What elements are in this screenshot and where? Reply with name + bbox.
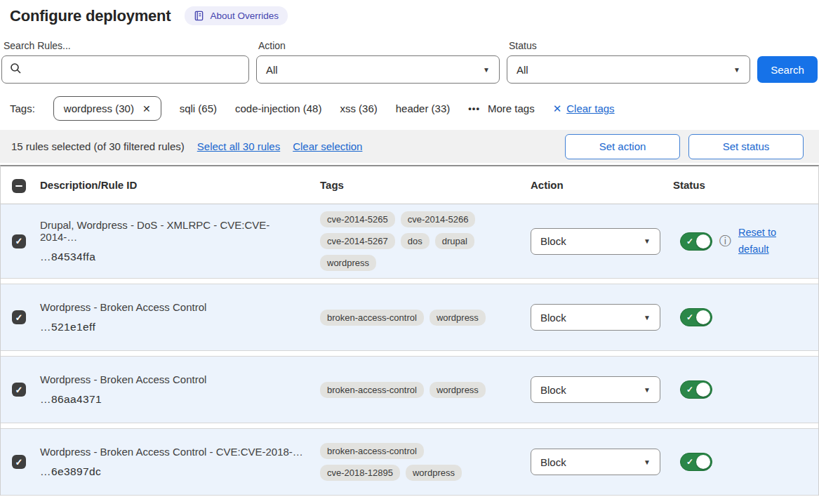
rule-id: …84534ffa <box>40 251 303 263</box>
toggle-knob <box>696 234 710 248</box>
tag-pill: broken-access-control <box>320 382 424 398</box>
action-select-value: Block <box>540 235 566 247</box>
column-header-action: Action <box>531 179 673 191</box>
toggle-knob <box>696 383 710 397</box>
chevron-down-icon: ▼ <box>644 386 651 394</box>
selected-tag-wordpress[interactable]: wordpress (30) ✕ <box>53 96 161 121</box>
tag-pill: wordpress <box>406 465 462 481</box>
remove-tag-icon[interactable]: ✕ <box>142 103 151 114</box>
action-select-value: Block <box>540 312 566 324</box>
chevron-down-icon: ▼ <box>644 314 651 321</box>
status-filter-value: All <box>517 64 528 76</box>
table-row: ✓ Wordpress - Broken Access Control …86a… <box>1 356 818 423</box>
rule-id: …86aa4371 <box>40 393 303 406</box>
set-action-button[interactable]: Set action <box>565 134 680 159</box>
search-rules-field: Search Rules... <box>1 40 249 84</box>
rule-tags: broken-access-controlwordpress <box>320 310 504 326</box>
tag-pill: drupal <box>435 233 474 249</box>
clear-tags-link[interactable]: ✕ Clear tags <box>553 102 615 115</box>
filters-row: Search Rules... Action All ▼ Status All … <box>0 25 819 84</box>
row-checkbox[interactable]: ✓ <box>12 383 26 397</box>
action-select[interactable]: Block ▼ <box>531 304 660 331</box>
book-icon <box>194 11 204 21</box>
select-all-link[interactable]: Select all 30 rules <box>197 140 280 152</box>
action-filter-field: Action All ▼ <box>256 40 500 84</box>
reset-to-default-link[interactable]: Reset to default <box>738 225 785 258</box>
action-select[interactable]: Block ▼ <box>531 228 660 255</box>
clear-selection-link[interactable]: Clear selection <box>293 140 362 152</box>
tag-pill: wordpress <box>430 310 486 326</box>
selected-tag-label: wordpress (30) <box>64 102 134 114</box>
page-title: Configure deployment <box>10 7 171 25</box>
action-select-value: Block <box>540 384 566 396</box>
status-filter-select[interactable]: All ▼ <box>507 55 750 84</box>
action-filter-label: Action <box>258 40 500 51</box>
table-row: ✓ Drupal, Wordpress - DoS - XMLRPC - CVE… <box>1 204 818 279</box>
table-row: ✓ Wordpress - Broken Access Control …521… <box>1 284 818 351</box>
row-checkbox[interactable]: ✓ <box>12 234 26 248</box>
column-header-tags: Tags <box>320 179 531 191</box>
action-select[interactable]: Block ▼ <box>531 449 660 475</box>
table-row: ✓ Wordpress - Broken Access Control - CV… <box>1 428 818 496</box>
tag-links: sqli (65)code-injection (48)xss (36)head… <box>180 102 451 114</box>
selection-bar: 15 rules selected (of 30 filtered rules)… <box>0 130 819 163</box>
status-toggle[interactable]: ✓ <box>680 308 712 326</box>
action-select-value: Block <box>540 456 566 468</box>
about-overrides-badge[interactable]: About Overrides <box>185 6 288 25</box>
check-icon: ✓ <box>686 457 693 467</box>
rule-description: Wordpress - Broken Access Control <box>40 373 303 385</box>
toggle-knob <box>696 455 710 469</box>
check-icon: ✓ <box>15 458 23 467</box>
info-icon[interactable]: ⓘ <box>719 235 731 247</box>
tag-pill: dos <box>401 233 430 249</box>
tag-filter-link[interactable]: code-injection (48) <box>235 102 321 114</box>
selection-summary: 15 rules selected (of 30 filtered rules) <box>11 140 185 152</box>
table-header-row: Description/Rule ID Tags Action Status <box>1 166 818 204</box>
search-rules-input[interactable] <box>28 63 241 77</box>
tag-filter-link[interactable]: xss (36) <box>340 102 377 114</box>
chevron-down-icon: ▼ <box>644 458 651 466</box>
tag-filter-link[interactable]: header (33) <box>396 102 451 114</box>
status-toggle[interactable]: ✓ <box>680 232 712 251</box>
set-status-button[interactable]: Set status <box>688 134 804 159</box>
toggle-knob <box>696 310 710 324</box>
tag-pill: broken-access-control <box>320 310 424 326</box>
search-icon <box>10 62 22 77</box>
rule-description: Wordpress - Broken Access Control <box>40 301 303 313</box>
status-filter-field: Status All ▼ <box>507 40 750 84</box>
check-icon: ✓ <box>686 385 693 394</box>
row-checkbox[interactable]: ✓ <box>12 455 26 469</box>
status-filter-label: Status <box>509 40 750 51</box>
chevron-down-icon: ▼ <box>733 66 740 74</box>
clear-tags-label: Clear tags <box>566 102 614 114</box>
rule-id: …6e3897dc <box>40 465 303 478</box>
tags-bar: Tags: wordpress (30) ✕ sqli (65)code-inj… <box>10 96 819 121</box>
search-button[interactable]: Search <box>757 56 818 83</box>
column-header-status: Status <box>673 179 818 191</box>
rule-tags: broken-access-controlcve-2018-12895wordp… <box>320 443 504 481</box>
more-tags-button[interactable]: ••• More tags <box>468 102 534 114</box>
check-icon: ✓ <box>686 312 693 322</box>
tag-pill: cve-2014-5267 <box>320 233 395 249</box>
check-icon: ✓ <box>15 313 23 322</box>
status-toggle[interactable]: ✓ <box>680 453 712 471</box>
column-header-description: Description/Rule ID <box>40 179 320 191</box>
rule-id: …521e1eff <box>40 321 303 333</box>
tag-filter-link[interactable]: sqli (65) <box>180 102 217 114</box>
tag-pill: cve-2014-5265 <box>320 211 395 227</box>
chevron-down-icon: ▼ <box>644 237 651 245</box>
about-overrides-label: About Overrides <box>210 11 279 21</box>
search-rules-label: Search Rules... <box>4 40 249 51</box>
rule-description: Wordpress - Broken Access Control - CVE:… <box>40 446 303 458</box>
status-toggle[interactable]: ✓ <box>680 380 712 399</box>
action-filter-value: All <box>266 64 278 76</box>
chevron-down-icon: ▼ <box>483 66 490 74</box>
search-input-wrapper <box>1 55 249 84</box>
action-select[interactable]: Block ▼ <box>531 376 660 403</box>
rules-table: Description/Rule ID Tags Action Status ✓… <box>0 165 819 496</box>
indeterminate-icon <box>15 185 22 187</box>
action-filter-select[interactable]: All ▼ <box>256 55 500 84</box>
select-all-checkbox[interactable] <box>12 179 26 193</box>
row-checkbox[interactable]: ✓ <box>12 310 26 324</box>
rule-tags: broken-access-controlwordpress <box>320 382 504 398</box>
